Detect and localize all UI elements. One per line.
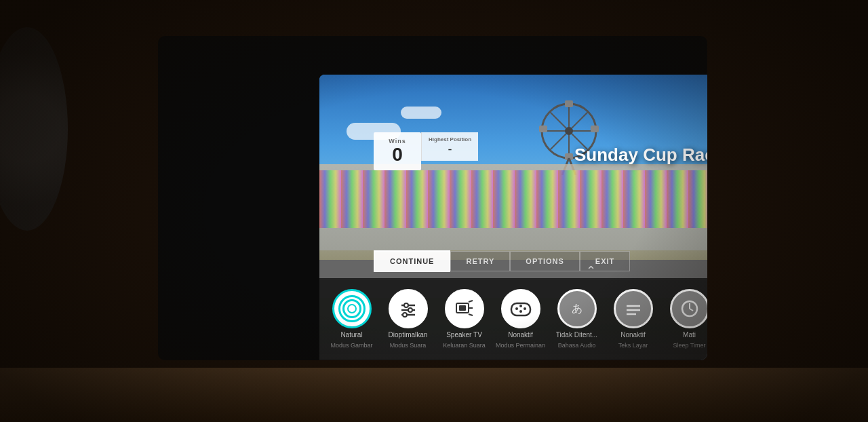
qs-sleep-timer-sublabel: Sleep Timer [673,342,705,349]
svg-line-33 [690,309,693,311]
qs-picture-mode-icon [332,289,372,328]
qs-subtitle-label: Nonaktif [620,331,646,339]
qs-picture-mode-sublabel: Modus Gambar [330,342,372,349]
options-button[interactable]: OPTIONS [510,251,580,271]
svg-line-22 [469,314,473,315]
highest-position-box: Highest Position - [421,132,478,161]
circle-ring-icon [342,299,361,318]
table-surface [0,368,868,422]
quick-settings-panel: Natural Modus Gambar [319,278,707,360]
smarttv-ui: ⌃ Natural Modus Gambar [319,278,707,360]
continue-button[interactable]: CONTINUE [374,250,450,272]
cloud-2 [401,107,441,119]
qs-picture-mode[interactable]: Natural Modus Gambar [326,289,377,349]
qs-game-mode-sublabel: Modus Permainan [496,342,545,349]
qs-subtitle-icon [614,289,653,328]
tv-bezel: Wins 0 Highest Position - Sunday Cup Rac… [158,36,707,360]
qs-game-mode-label: Nonaktif [508,331,533,339]
qs-speaker[interactable]: Speaker TV Keluaran Suara [439,289,490,349]
game-stats: Wins 0 Highest Position - [374,132,478,171]
qs-sleep-timer-icon [670,289,708,328]
svg-point-27 [519,310,522,313]
retry-button[interactable]: RETRY [450,251,510,271]
svg-rect-6 [565,100,573,107]
tv-screen: Wins 0 Highest Position - Sunday Cup Rac… [319,75,707,360]
qs-sleep-timer[interactable]: Mati Sleep Timer [664,289,707,349]
qs-sound-sublabel: Modus Suara [390,342,427,349]
qs-picture-mode-label: Natural [340,331,362,339]
svg-point-5 [565,127,573,135]
crowd [319,170,707,228]
svg-point-17 [403,313,407,317]
svg-rect-7 [591,126,599,132]
svg-point-16 [408,308,412,312]
svg-point-24 [515,307,518,310]
qs-game-mode-icon [501,289,540,328]
highest-position-label: Highest Position [429,136,471,142]
qs-audio-lang[interactable]: あ Tidak Ditent... Bahasa Audio [551,289,602,349]
highest-position-value: - [429,142,471,157]
svg-point-25 [519,305,522,307]
qs-speaker-icon [445,289,484,328]
svg-rect-19 [459,305,466,311]
svg-point-26 [524,307,526,310]
svg-rect-9 [539,126,547,132]
taskbar: 🔔 ⚙ Pengatu... ⏎ 🔍 ⠿ S [319,360,707,360]
qs-sound-label: Dioptimalkan [389,331,428,339]
qs-sleep-timer-label: Mati [683,331,696,339]
wins-box: Wins 0 [374,132,421,171]
qs-game-mode[interactable]: Nonaktif Modus Permainan [495,289,546,349]
svg-point-15 [404,303,408,307]
race-title: Sunday Cup Race 2 [574,145,707,166]
qs-speaker-label: Speaker TV [446,331,482,339]
qs-audio-lang-icon: あ [557,289,597,328]
qs-sound-mode-icon [389,289,428,328]
chevron-up-icon: ⌃ [586,263,596,278]
qs-sound-mode[interactable]: Dioptimalkan Modus Suara [382,289,433,349]
qs-audio-lang-sublabel: Bahasa Audio [558,342,596,349]
qs-audio-lang-label: Tidak Ditent... [556,331,597,339]
svg-line-20 [469,301,473,302]
lang-icon: あ [572,302,583,316]
wins-value: 0 [384,145,410,166]
qs-subtitle[interactable]: Nonaktif Teks Layar [608,289,658,349]
qs-speaker-sublabel: Keluaran Suara [443,342,486,349]
qs-subtitle-sublabel: Teks Layar [618,342,648,349]
